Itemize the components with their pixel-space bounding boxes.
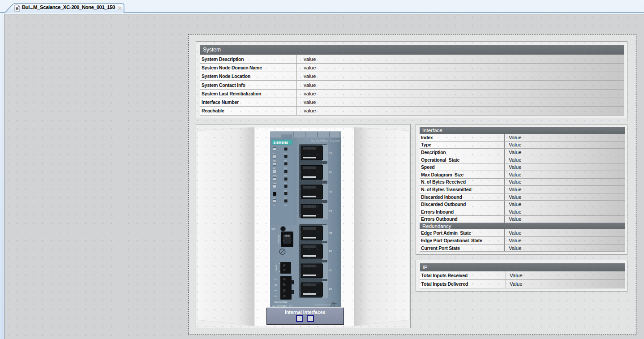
svg-text:P7: P7 (284, 197, 287, 199)
svg-text:L2+: L2+ (275, 296, 278, 297)
svg-text:M2: M2 (275, 290, 277, 292)
svg-text:DM1: DM1 (273, 175, 277, 177)
svg-text:L2: L2 (273, 204, 275, 206)
svg-text:P2: P2 (284, 160, 287, 162)
svg-text:P3: P3 (329, 190, 332, 193)
svg-text:C1 TN 1E EXP 1AV 4+3F: C1 TN 1E EXP 1AV 4+3F (314, 304, 330, 306)
svg-text:P1: P1 (329, 151, 332, 154)
svg-text:NEC CLASS2: NEC CLASS2 (274, 301, 288, 303)
svg-text:P3: P3 (284, 167, 287, 169)
svg-text:P8: P8 (329, 288, 332, 291)
svg-text:P5: P5 (284, 182, 287, 185)
svg-text:RM: RM (273, 160, 276, 162)
svg-text:CONSOLE: CONSOLE (278, 235, 280, 244)
svg-text:L1: L1 (273, 197, 275, 199)
svg-text:SIEMENS: SIEMENS (274, 141, 288, 144)
svg-text:SB: SB (273, 167, 276, 169)
svg-text:12... 24V 0.35A: 12... 24V 0.35A (272, 305, 287, 307)
svg-text:SET: SET (271, 228, 275, 231)
svg-text:P8: P8 (284, 204, 287, 206)
svg-text:L1+: L1+ (275, 279, 278, 280)
svg-text:P6: P6 (329, 250, 332, 253)
svg-text:DM2: DM2 (273, 182, 277, 185)
svg-text:P4: P4 (284, 175, 287, 177)
svg-text:P4: P4 (329, 210, 332, 212)
svg-text:P2: P2 (329, 171, 332, 174)
svg-text:SCALANCE XC208: SCALANCE XC208 (311, 139, 340, 142)
svg-text:M1: M1 (275, 284, 277, 286)
svg-text:FAULT: FAULT (275, 265, 277, 270)
svg-text:P6: P6 (284, 190, 287, 192)
svg-text:P7: P7 (329, 269, 332, 272)
svg-text:P1: P1 (284, 152, 287, 154)
svg-text:P5: P5 (329, 232, 332, 234)
